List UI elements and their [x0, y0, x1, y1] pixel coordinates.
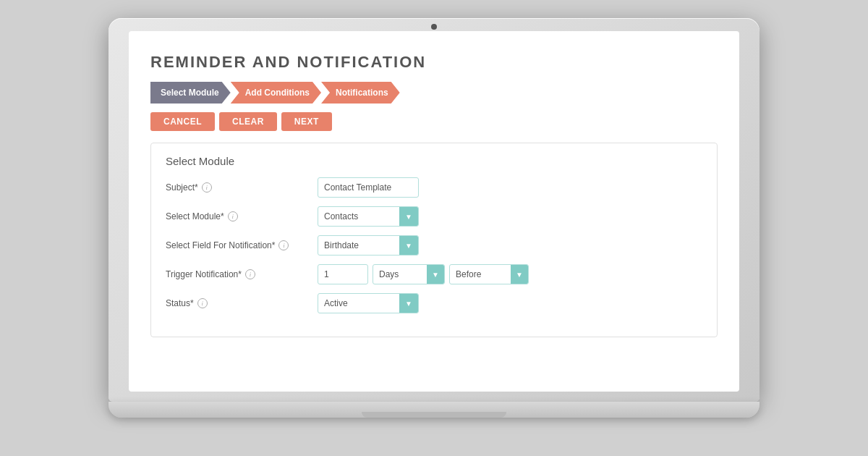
select-module-dropdown[interactable]: Contacts ▼ [318, 206, 419, 227]
status-row: Status* i Active ▼ [166, 293, 702, 313]
trigger-notification-label: Trigger Notification* i [166, 269, 318, 279]
action-buttons: CANCEL CLEAR NEXT [150, 112, 718, 131]
select-field-label: Select Field For Notification* i [166, 240, 318, 250]
form-panel: Select Module Subject* i Select Module* … [150, 143, 718, 337]
status-info-icon: i [197, 298, 208, 308]
page-title: REMINDER AND NOTIFICATION [150, 53, 718, 72]
subject-input[interactable] [318, 177, 419, 198]
select-module-info-icon: i [228, 211, 238, 221]
laptop-base [109, 402, 760, 418]
status-arrow[interactable]: ▼ [399, 294, 418, 313]
trigger-number-input[interactable] [318, 264, 368, 284]
select-field-info-icon: i [278, 240, 289, 250]
trigger-timing-value: Before [450, 269, 511, 279]
screen-bezel: REMINDER AND NOTIFICATION Select Module … [109, 18, 760, 402]
select-field-row: Select Field For Notification* i Birthda… [166, 235, 702, 256]
trigger-notification-row: Trigger Notification* i Days ▼ Before [166, 264, 702, 284]
webcam [431, 24, 437, 30]
status-dropdown[interactable]: Active ▼ [318, 293, 419, 313]
select-field-arrow[interactable]: ▼ [399, 236, 418, 255]
trigger-period-dropdown[interactable]: Days ▼ [373, 264, 445, 284]
screen: REMINDER AND NOTIFICATION Select Module … [129, 31, 739, 392]
status-value: Active [318, 298, 399, 308]
subject-row: Subject* i [166, 177, 702, 198]
status-label: Status* i [166, 298, 318, 308]
step-add-conditions[interactable]: Add Conditions [231, 82, 321, 104]
trigger-controls: Days ▼ Before ▼ [318, 264, 529, 284]
clear-button[interactable]: CLEAR [219, 112, 277, 131]
trigger-info-icon: i [245, 269, 255, 279]
trigger-period-value: Days [373, 269, 427, 279]
trigger-timing-dropdown[interactable]: Before ▼ [449, 264, 529, 284]
subject-label: Subject* i [166, 182, 318, 193]
subject-info-icon: i [202, 182, 212, 193]
trigger-period-arrow[interactable]: ▼ [427, 265, 444, 284]
step-select-module[interactable]: Select Module [150, 82, 231, 104]
trigger-timing-arrow[interactable]: ▼ [511, 265, 528, 284]
cancel-button[interactable]: CANCEL [150, 112, 215, 131]
select-field-value: Birthdate [318, 240, 399, 250]
select-module-label: Select Module* i [166, 211, 318, 221]
steps-breadcrumb: Select Module Add Conditions Notificatio… [150, 82, 718, 104]
laptop-shell: REMINDER AND NOTIFICATION Select Module … [109, 18, 760, 438]
select-field-dropdown[interactable]: Birthdate ▼ [318, 235, 419, 256]
form-panel-title: Select Module [166, 155, 702, 167]
select-module-row: Select Module* i Contacts ▼ [166, 206, 702, 227]
select-module-arrow[interactable]: ▼ [399, 207, 418, 226]
select-module-value: Contacts [318, 211, 399, 221]
next-button[interactable]: NEXT [281, 112, 332, 131]
step-notifications[interactable]: Notifications [321, 82, 400, 104]
